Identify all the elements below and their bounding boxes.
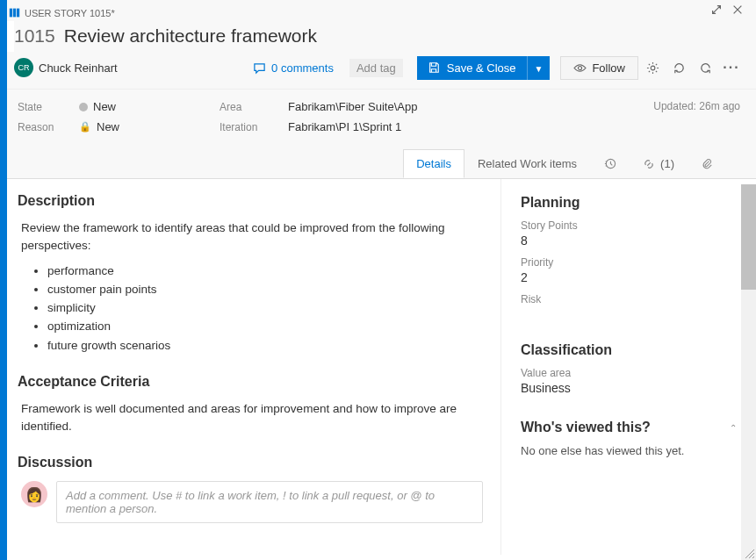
- description-list: performance customer pain points simplic…: [47, 262, 483, 355]
- tab-related[interactable]: Related Work items: [464, 149, 590, 178]
- tab-related-label: Related Work items: [478, 157, 577, 170]
- updated-timestamp: Updated: 26m ago: [653, 100, 740, 140]
- iteration-field[interactable]: Fabrikam\PI 1\Sprint 1: [288, 120, 401, 133]
- svg-point-3: [579, 66, 582, 69]
- close-icon[interactable]: [731, 4, 744, 19]
- side-column: Planning Story Points 8 Priority 2 Risk …: [501, 179, 756, 555]
- assignee-avatar[interactable]: CR: [14, 58, 33, 77]
- toolbar: CR Chuck Reinhart 0 comments Add tag Sav…: [0, 52, 756, 90]
- save-close-button[interactable]: Save & Close: [417, 56, 527, 80]
- vertical-scrollbar[interactable]: [741, 184, 756, 560]
- list-item: optimization: [47, 318, 483, 335]
- save-close-label: Save & Close: [447, 61, 516, 75]
- add-tag-button[interactable]: Add tag: [349, 59, 403, 77]
- resize-grip-icon[interactable]: [745, 549, 755, 559]
- acceptance-content[interactable]: Framework is well documented and areas f…: [21, 400, 483, 436]
- work-item-title: Review architecture framework: [64, 25, 317, 46]
- save-dropdown-button[interactable]: ▼: [527, 56, 551, 80]
- reason-value: New: [97, 120, 119, 133]
- planning-heading: Planning: [521, 195, 737, 211]
- tabs-bar: Details Related Work items (1): [0, 149, 756, 179]
- iteration-label: Iteration: [220, 121, 288, 133]
- state-value: New: [93, 100, 116, 113]
- value-area-value[interactable]: Business: [521, 381, 737, 395]
- settings-button[interactable]: [640, 55, 665, 80]
- classification-heading: Classification: [521, 342, 737, 358]
- area-value: Fabrikam\Fiber Suite\App: [288, 100, 417, 113]
- tab-history[interactable]: [590, 149, 630, 178]
- history-icon: [603, 157, 616, 170]
- list-item: customer pain points: [47, 281, 483, 298]
- current-user-avatar: 👩: [21, 481, 47, 507]
- viewed-heading-row[interactable]: Who's viewed this? ⌃: [521, 420, 737, 435]
- body-area: Description Review the framework to iden…: [0, 179, 756, 555]
- fields-row: State New Reason 🔒New Area Fabrikam\Fibe…: [0, 90, 756, 149]
- svg-rect-1: [13, 9, 16, 18]
- tab-details-label: Details: [416, 157, 451, 170]
- follow-label: Follow: [592, 61, 625, 75]
- story-points-label: Story Points: [521, 219, 737, 232]
- refresh-button[interactable]: [666, 55, 691, 80]
- priority-value[interactable]: 2: [521, 270, 737, 284]
- reason-label: Reason: [18, 121, 79, 133]
- gear-icon: [646, 61, 659, 75]
- list-item: future growth scenarios: [47, 337, 483, 355]
- attachment-icon: [701, 158, 713, 170]
- work-item-type-label: USER STORY 1015*: [25, 8, 115, 18]
- risk-label: Risk: [521, 293, 737, 305]
- description-intro: Review the framework to identify areas t…: [21, 219, 483, 255]
- work-item-id: 1015: [14, 25, 55, 46]
- undo-icon: [699, 61, 712, 75]
- revert-button[interactable]: [693, 55, 717, 80]
- priority-label: Priority: [521, 256, 737, 269]
- svg-point-4: [651, 66, 655, 70]
- comment-icon: [253, 61, 266, 75]
- tab-links[interactable]: (1): [630, 149, 688, 178]
- svg-rect-2: [17, 9, 19, 18]
- svg-rect-0: [10, 9, 12, 18]
- area-field[interactable]: Fabrikam\Fiber Suite\App: [288, 100, 417, 113]
- assignee-name[interactable]: Chuck Reinhart: [39, 61, 118, 75]
- comments-link[interactable]: 0 comments: [253, 61, 334, 75]
- story-points-value[interactable]: 8: [521, 233, 737, 248]
- risk-value[interactable]: [521, 307, 737, 321]
- chevron-down-icon: ▼: [535, 64, 544, 74]
- header-top-row: USER STORY 1015*: [0, 0, 756, 21]
- follow-button[interactable]: Follow: [560, 56, 638, 80]
- ellipsis-icon: ···: [723, 60, 739, 75]
- tab-attachments[interactable]: [688, 149, 726, 178]
- list-item: simplicity: [47, 299, 483, 317]
- refresh-icon: [673, 61, 686, 75]
- link-icon: [643, 158, 655, 170]
- iteration-value: Fabrikam\PI 1\Sprint 1: [288, 120, 401, 133]
- viewed-empty-text: No one else has viewed this yet.: [521, 444, 737, 457]
- area-label: Area: [220, 101, 288, 113]
- user-story-icon: [9, 7, 20, 18]
- save-icon: [428, 61, 440, 74]
- state-field[interactable]: New: [79, 100, 116, 113]
- expand-icon[interactable]: [710, 4, 723, 19]
- tab-details[interactable]: Details: [403, 149, 464, 178]
- discussion-input[interactable]: Add a comment. Use # to link a work item…: [56, 481, 483, 523]
- lock-icon: 🔒: [79, 121, 91, 133]
- main-column: Description Review the framework to iden…: [0, 179, 501, 555]
- work-item-type-badge: USER STORY 1015*: [9, 4, 710, 18]
- acceptance-heading: Acceptance Criteria: [18, 374, 483, 390]
- title-row[interactable]: 1015Review architecture framework: [14, 21, 756, 52]
- discussion-heading: Discussion: [18, 455, 483, 470]
- tab-links-count: (1): [660, 157, 674, 170]
- reason-field[interactable]: 🔒New: [79, 120, 119, 133]
- state-label: State: [18, 101, 79, 113]
- state-dot-icon: [79, 103, 88, 111]
- eye-icon: [573, 61, 587, 75]
- comments-count: 0 comments: [271, 61, 334, 75]
- description-content[interactable]: Review the framework to identify areas t…: [21, 219, 483, 355]
- description-heading: Description: [18, 193, 483, 209]
- list-item: performance: [47, 262, 483, 280]
- value-area-label: Value area: [521, 367, 737, 379]
- more-actions-button[interactable]: ···: [719, 55, 744, 80]
- chevron-up-icon: ⌃: [730, 423, 737, 433]
- discussion-compose: 👩 Add a comment. Use # to link a work it…: [21, 481, 483, 523]
- scrollbar-thumb[interactable]: [741, 184, 756, 290]
- viewed-heading: Who's viewed this?: [521, 420, 651, 435]
